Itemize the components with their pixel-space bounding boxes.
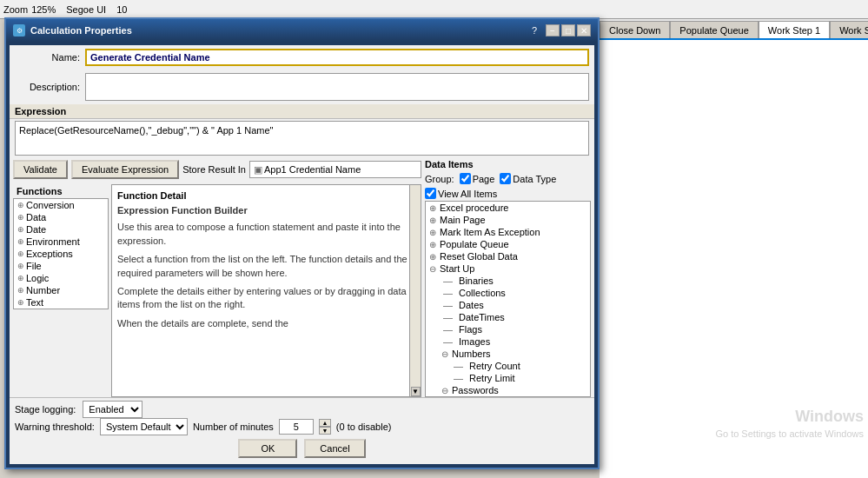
tree-main-page[interactable]: Main Page: [426, 214, 590, 226]
func-detail-subtitle: Expression Function Builder: [117, 204, 415, 217]
validate-row: Validate Evaluate Expression Store Resul…: [13, 157, 421, 182]
store-icon: ▣: [254, 164, 262, 176]
dialog-body: Name: Description: Expression Replace(Ge…: [10, 45, 594, 464]
tree-binaries[interactable]: — Binaries: [426, 275, 590, 287]
diagram-area: Start Enterprise License holders should …: [600, 40, 868, 478]
tree-images[interactable]: — Images: [426, 335, 590, 348]
expand-icon: ⊕: [17, 225, 24, 234]
tree-start-up[interactable]: Start Up: [426, 262, 590, 275]
func-detail-title: Function Detail: [117, 190, 415, 201]
tree-excel[interactable]: Excel procedure: [426, 202, 590, 214]
name-row: Name:: [10, 45, 594, 70]
ok-button[interactable]: OK: [238, 439, 297, 458]
tree-passwords[interactable]: Passwords: [426, 384, 590, 396]
tab-work-step-1[interactable]: Work Step 1: [759, 21, 830, 38]
diagram-tabs: Close Down Populate Queue Work Step 1 Wo…: [600, 19, 868, 40]
tree-mark-exception[interactable]: Mark Item As Exception: [426, 226, 590, 238]
tree-datetimes[interactable]: — DateTimes: [426, 311, 590, 323]
ok-cancel-row: OK Cancel: [15, 435, 589, 461]
functions-panel: Functions ⊕ Conversion ⊕ Data ⊕: [13, 184, 109, 397]
disable-label: (0 to disable): [336, 422, 392, 432]
func-date[interactable]: ⊕ Date: [14, 223, 108, 236]
page-checkbox-label[interactable]: Page: [460, 173, 495, 184]
expression-content[interactable]: Replace(GetResourceName(),"_debug","") &…: [15, 121, 589, 156]
tree-collections[interactable]: — Collections: [426, 287, 590, 299]
func-number[interactable]: ⊕ Number: [14, 284, 108, 296]
spin-down[interactable]: ▼: [319, 427, 331, 435]
minutes-spinner: ▲ ▼: [319, 419, 331, 435]
func-file[interactable]: ⊕ File: [14, 260, 108, 272]
tree-retry-limit[interactable]: — Retry Limit: [426, 372, 590, 384]
stage-logging-label: Stage logging:: [15, 404, 76, 415]
two-col-area: Validate Evaluate Expression Store Resul…: [13, 157, 591, 397]
func-environment[interactable]: ⊕ Environment: [14, 236, 108, 248]
tree-numbers[interactable]: Numbers: [426, 348, 590, 360]
store-input[interactable]: ▣ App1 Credential Name: [249, 161, 421, 178]
tree-flags[interactable]: — Flags: [426, 323, 590, 335]
toolbar: Zoom 125% Segoe UI 10: [0, 0, 868, 19]
minutes-input[interactable]: [279, 419, 314, 435]
func-detail-text1: Use this area to compose a function stat…: [117, 221, 415, 248]
expand-icon: ⊕: [17, 201, 24, 209]
warning-row: Warning threshold: System Default Custom…: [15, 418, 589, 435]
view-all-checkbox[interactable]: [425, 188, 436, 199]
tree-populate-queue[interactable]: Populate Queue: [426, 238, 590, 250]
tree-reset-global[interactable]: Reset Global Data: [426, 250, 590, 262]
functions-header: Functions: [13, 184, 109, 198]
func-conversion[interactable]: ⊕ Conversion: [14, 199, 108, 211]
func-detail-text4: When the details are complete, send the: [117, 317, 415, 330]
func-logic[interactable]: ⊕ Logic: [14, 272, 108, 284]
stage-logging-select[interactable]: Enabled Disabled Inherit: [83, 401, 142, 418]
zoom-value: 125%: [31, 4, 56, 15]
spin-up[interactable]: ▲: [319, 419, 331, 427]
data-type-checkbox-label[interactable]: Data Type: [500, 173, 556, 184]
expand-icon: ⊕: [17, 213, 24, 222]
description-input[interactable]: [85, 73, 589, 101]
maximize-button[interactable]: □: [561, 24, 575, 37]
functions-section: Functions ⊕ Conversion ⊕ Data ⊕: [13, 184, 421, 397]
view-all-label[interactable]: View All Items: [425, 188, 497, 199]
data-items-header: Data Items: [425, 157, 591, 171]
description-row: Description:: [10, 70, 594, 104]
tree-retry-count[interactable]: — Retry Count: [426, 360, 590, 372]
validate-button[interactable]: Validate: [13, 160, 68, 179]
dialog-titlebar: ⚙ Calculation Properties ? − □ ✕: [6, 19, 598, 42]
scroll-down-btn[interactable]: ▼: [411, 387, 421, 396]
description-label: Description:: [15, 82, 80, 92]
diagram-canvas: Start Enterprise License holders should …: [600, 40, 868, 478]
expand-icon: ⊕: [17, 286, 24, 295]
dialog-title: Calculation Properties: [30, 25, 527, 36]
tab-work-step-2[interactable]: Work Step 2: [830, 21, 868, 38]
func-detail-text2: Select a function from the list on the l…: [117, 253, 415, 280]
func-data[interactable]: ⊕ Data: [14, 211, 108, 223]
func-exceptions[interactable]: ⊕ Exceptions: [14, 248, 108, 260]
warning-select[interactable]: System Default Custom: [100, 418, 188, 435]
warning-label: Warning threshold:: [15, 422, 95, 432]
font-size: 10: [116, 4, 127, 15]
cancel-button[interactable]: Cancel: [304, 439, 365, 458]
help-button[interactable]: ?: [532, 25, 537, 36]
func-text[interactable]: ⊕ Text: [14, 296, 108, 309]
evaluate-button[interactable]: Evaluate Expression: [71, 160, 179, 179]
tab-close-down[interactable]: Close Down: [600, 21, 670, 38]
minutes-label: Number of minutes: [193, 422, 274, 432]
group-row: Group: Page Data Type: [425, 171, 591, 186]
expand-icon: ⊕: [17, 298, 24, 307]
function-detail-panel: Function Detail Expression Function Buil…: [111, 184, 421, 397]
tree-dates[interactable]: — Dates: [426, 299, 590, 311]
functions-list: ⊕ Conversion ⊕ Data ⊕ Date: [13, 198, 109, 309]
activate-text: Go to Settings to activate Windows: [715, 428, 864, 439]
page-checkbox[interactable]: [460, 173, 471, 184]
name-input[interactable]: [85, 49, 589, 66]
expand-icon: ⊕: [17, 274, 24, 282]
dialog-controls: − □ ✕: [546, 24, 591, 37]
right-panel: Data Items Group: Page Data Type: [425, 157, 591, 397]
expand-icon: ⊕: [17, 237, 24, 246]
close-button[interactable]: ✕: [577, 24, 591, 37]
data-type-checkbox[interactable]: [500, 173, 511, 184]
detail-scrollbar[interactable]: ▼: [409, 185, 421, 396]
minimize-button[interactable]: −: [546, 24, 560, 37]
tab-populate-queue[interactable]: Populate Queue: [670, 21, 759, 38]
view-all-row: View All Items: [425, 186, 591, 201]
windows-watermark: Windows: [795, 408, 864, 426]
